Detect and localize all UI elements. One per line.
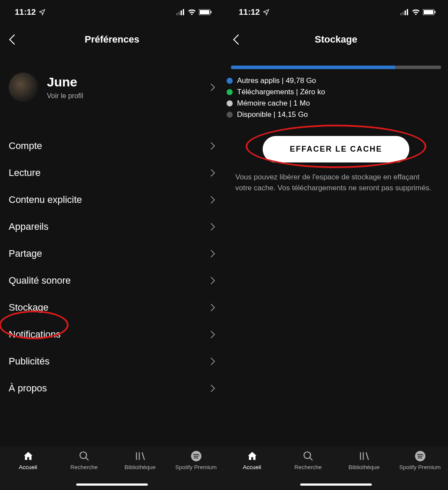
spotify-icon — [415, 450, 426, 462]
settings-item-lecture[interactable]: Lecture — [0, 159, 224, 186]
chevron-left-icon — [8, 33, 16, 46]
svg-rect-5 — [200, 10, 209, 14]
tab-label: Accueil — [19, 464, 37, 470]
legend-item-other-apps: Autres applis | 49,78 Go — [227, 75, 441, 86]
tab-label: Spotify Premium — [399, 464, 441, 470]
chevron-right-icon — [210, 330, 215, 339]
dot-icon — [227, 78, 233, 84]
dot-icon — [227, 100, 233, 106]
chevron-right-icon — [210, 142, 215, 150]
battery-icon — [423, 9, 436, 15]
settings-item-qualite-sonore[interactable]: Qualité sonore — [0, 267, 224, 294]
storage-segment-other-apps — [231, 66, 395, 69]
tab-label: Recherche — [294, 464, 322, 470]
cellular-icon — [400, 9, 409, 15]
status-time: 11:12 — [239, 7, 260, 17]
settings-label: Compte — [9, 140, 42, 152]
settings-label: Appareils — [9, 221, 49, 232]
storage-legend: Autres applis | 49,78 Go Téléchargements… — [224, 73, 448, 127]
location-icon — [263, 9, 270, 16]
legend-item-downloads: Téléchargements | Zéro ko — [227, 86, 441, 98]
settings-item-a-propos[interactable]: À propos — [0, 375, 224, 402]
svg-rect-3 — [183, 9, 184, 15]
chevron-right-icon — [210, 357, 215, 366]
tab-label: Bibliothèque — [349, 464, 380, 470]
svg-rect-12 — [407, 9, 408, 15]
location-icon — [39, 9, 46, 16]
profile-row[interactable]: June Voir le profil — [0, 55, 224, 111]
battery-icon — [199, 9, 212, 15]
search-icon — [303, 450, 314, 462]
chevron-left-icon — [232, 33, 240, 46]
tab-accueil[interactable]: Accueil — [0, 450, 56, 490]
settings-item-contenu-explicite[interactable]: Contenu explicite — [0, 186, 224, 213]
settings-item-partage[interactable]: Partage — [0, 240, 224, 267]
svg-rect-6 — [211, 11, 211, 13]
legend-label: Autres applis | 49,78 Go — [237, 76, 316, 85]
settings-item-notifications[interactable]: Notifications — [0, 321, 224, 348]
svg-rect-14 — [424, 10, 433, 14]
tab-label: Spotify Premium — [175, 464, 217, 470]
svg-rect-15 — [435, 11, 435, 13]
spotify-icon — [191, 450, 202, 462]
status-time: 11:12 — [15, 7, 36, 17]
wifi-icon — [412, 9, 420, 15]
screen-stockage: 11:12 Stockage Autres applis | 4 — [224, 0, 448, 490]
tab-label: Recherche — [70, 464, 98, 470]
settings-item-stockage[interactable]: Stockage — [0, 294, 224, 321]
svg-rect-2 — [181, 10, 182, 15]
chevron-right-icon — [210, 249, 215, 258]
svg-rect-9 — [400, 13, 402, 15]
settings-label: À propos — [9, 383, 47, 394]
wifi-icon — [188, 9, 196, 15]
svg-point-7 — [80, 452, 86, 458]
header-preferences: Préférences — [0, 24, 224, 55]
svg-rect-11 — [405, 10, 406, 15]
tab-accueil[interactable]: Accueil — [224, 450, 280, 490]
profile-name: June — [47, 75, 210, 89]
home-icon — [23, 450, 34, 462]
settings-item-compte[interactable]: Compte — [0, 132, 224, 159]
page-title: Préférences — [85, 34, 139, 45]
storage-segment-available — [395, 66, 441, 69]
back-button[interactable] — [230, 33, 242, 46]
tab-label: Accueil — [243, 464, 261, 470]
settings-label: Qualité sonore — [9, 275, 71, 286]
svg-rect-10 — [402, 12, 404, 15]
dot-icon — [227, 112, 233, 118]
storage-hint-text: Vous pouvez libérer de l'espace de stock… — [224, 169, 448, 196]
library-icon — [359, 450, 370, 462]
settings-item-publicites[interactable]: Publicités — [0, 348, 224, 375]
profile-subtitle: Voir le profil — [47, 92, 210, 100]
screen-preferences: 11:12 Préférences June Voir le profil Co… — [0, 0, 224, 490]
chevron-right-icon — [210, 83, 215, 92]
avatar — [9, 73, 38, 102]
settings-item-appareils[interactable]: Appareils — [0, 213, 224, 240]
tab-label: Bibliothèque — [125, 464, 156, 470]
chevron-right-icon — [210, 195, 215, 204]
svg-rect-1 — [178, 12, 180, 15]
settings-label: Lecture — [9, 167, 40, 179]
back-button[interactable] — [6, 33, 18, 46]
status-bar: 11:12 — [0, 0, 224, 24]
chevron-right-icon — [210, 276, 215, 285]
settings-label: Publicités — [9, 356, 49, 367]
settings-label: Partage — [9, 248, 42, 259]
legend-item-available: Disponible | 14,15 Go — [227, 109, 441, 120]
home-indicator[interactable] — [76, 483, 148, 486]
legend-label: Téléchargements | Zéro ko — [237, 88, 325, 96]
settings-label: Notifications — [9, 329, 61, 340]
legend-label: Disponible | 14,15 Go — [237, 110, 308, 119]
status-bar: 11:12 — [224, 0, 448, 24]
clear-cache-button[interactable]: EFFACER LE CACHE — [263, 136, 409, 162]
cellular-icon — [176, 9, 185, 15]
tab-premium[interactable]: Spotify Premium — [168, 450, 224, 490]
header-stockage: Stockage — [224, 24, 448, 55]
chevron-right-icon — [210, 384, 215, 393]
home-indicator[interactable] — [300, 483, 372, 486]
dot-icon — [227, 89, 233, 95]
chevron-right-icon — [210, 169, 215, 177]
settings-list: Compte Lecture Contenu explicite Apparei… — [0, 111, 224, 402]
chevron-right-icon — [210, 222, 215, 231]
tab-premium[interactable]: Spotify Premium — [392, 450, 448, 490]
